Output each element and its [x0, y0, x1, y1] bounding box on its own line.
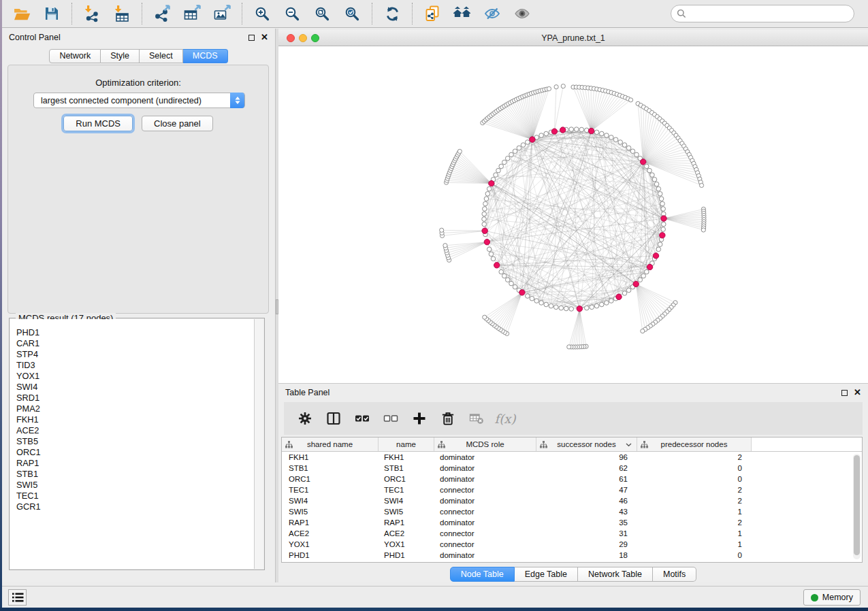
float-panel-icon[interactable] [248, 35, 255, 41]
clone-network-button[interactable] [421, 3, 444, 24]
table-cell: FKH1 [379, 453, 434, 461]
mcds-result-item[interactable]: STB5 [10, 436, 254, 447]
mcds-result-item[interactable]: ACE2 [10, 425, 254, 436]
table-row[interactable]: YOX1YOX1connector291 [282, 539, 862, 550]
export-image-button[interactable] [210, 3, 234, 24]
task-history-button[interactable] [8, 589, 27, 606]
mcds-result-item[interactable]: TID3 [10, 360, 254, 371]
table-cell: 61 [536, 475, 637, 483]
mcds-result-item[interactable]: FKH1 [10, 414, 254, 425]
table-cell: 2 [637, 518, 752, 527]
mcds-result-item[interactable]: YOX1 [10, 371, 254, 382]
first-neighbors-button[interactable] [451, 3, 474, 24]
zoom-in-button[interactable] [251, 3, 274, 24]
table-cell: connector [434, 529, 536, 538]
search-input[interactable] [690, 9, 848, 18]
mcds-result-item[interactable]: STP4 [10, 349, 254, 360]
column-header-successor-nodes[interactable]: successor nodes [536, 437, 637, 451]
close-panel-button[interactable]: Close panel [142, 116, 213, 131]
mcds-result-item[interactable]: CAR1 [10, 338, 254, 349]
table-cell: ORC1 [282, 475, 379, 483]
table-row[interactable]: SWI4SWI4dominator462 [282, 495, 862, 506]
table-cell: 2 [637, 453, 752, 461]
select-all-icon [355, 411, 370, 426]
table-row[interactable]: ORC1ORC1dominator610 [282, 474, 862, 484]
mcds-result-item[interactable]: SWI5 [10, 480, 254, 491]
control-panel: Control Panel ✕ NetworkStyleSelectMCDS O… [2, 29, 275, 582]
table-cell: 31 [536, 529, 637, 538]
hide-selected-button[interactable] [481, 3, 504, 24]
table-scrollbar-thumb[interactable] [854, 455, 860, 555]
desktop-bottom-strip [0, 608, 868, 611]
folder-icon [13, 5, 31, 22]
close-table-panel-icon[interactable]: ✕ [854, 389, 861, 396]
desktop-background: Control Panel ✕ NetworkStyleSelectMCDS O… [0, 0, 868, 611]
zoom-selected-button[interactable] [340, 3, 364, 24]
show-all-button[interactable] [511, 3, 534, 24]
close-panel-icon[interactable]: ✕ [261, 34, 268, 41]
tab-style[interactable]: Style [101, 49, 140, 63]
table-row[interactable]: SWI5SWI5connector431 [282, 506, 862, 517]
column-header-predecessor-nodes[interactable]: predecessor nodes [637, 437, 752, 451]
table-cell: 1 [637, 540, 752, 548]
table-row[interactable]: FKH1FKH1dominator962 [282, 452, 862, 463]
mcds-list-scrollbar[interactable] [254, 319, 263, 569]
deselect-all-rows-button[interactable] [382, 410, 400, 427]
column-header-name[interactable]: name [379, 437, 434, 451]
mcds-result-item[interactable]: RAP1 [10, 458, 254, 469]
table-row[interactable]: STB1STB1dominator620 [282, 463, 862, 474]
function-builder-button[interactable]: f(x) [496, 410, 514, 427]
tab-edge-table[interactable]: Edge Table [515, 567, 578, 582]
table-settings-button[interactable] [296, 410, 314, 427]
save-session-button[interactable] [40, 3, 63, 24]
add-column-button[interactable] [411, 410, 428, 427]
table-row[interactable]: PHD1PHD1dominator180 [282, 550, 862, 561]
delete-table-button[interactable] [468, 410, 485, 427]
table-cell: dominator [434, 464, 536, 472]
split-table-button[interactable] [325, 410, 342, 427]
mcds-result-item[interactable]: ORC1 [10, 447, 254, 458]
run-mcds-button[interactable]: Run MCDS [63, 116, 133, 131]
tab-network[interactable]: Network [49, 49, 101, 63]
import-table-button[interactable] [110, 3, 133, 24]
optimization-criterion-select[interactable]: largest connected component (undirected) [33, 93, 245, 108]
tab-select[interactable]: Select [140, 49, 183, 63]
tab-node-table[interactable]: Node Table [450, 567, 515, 582]
table-scrollbar[interactable] [853, 454, 861, 559]
delete-columns-button[interactable] [439, 410, 457, 427]
mcds-result-item[interactable]: GCR1 [10, 501, 254, 512]
zoom-out-button[interactable] [280, 3, 304, 24]
mcds-result-item[interactable]: STB1 [10, 469, 254, 480]
table-body: FKH1FKH1dominator962STB1STB1dominator620… [282, 452, 862, 561]
open-session-button[interactable] [10, 3, 33, 24]
export-network-button[interactable] [150, 3, 174, 24]
column-header-MCDS-role[interactable]: MCDS role [434, 437, 536, 451]
table-row[interactable]: ACE2ACE2connector311 [282, 528, 862, 539]
mcds-result-item[interactable]: SWI4 [10, 382, 254, 393]
table-cell: 0 [637, 475, 752, 483]
tab-network-table[interactable]: Network Table [578, 567, 653, 582]
zoom-fit-button[interactable] [310, 3, 334, 24]
split-view-icon [326, 411, 341, 426]
mcds-result-item[interactable]: PHD1 [10, 327, 254, 338]
search-box[interactable] [671, 5, 854, 22]
column-header-shared-name[interactable]: shared name [282, 437, 379, 451]
mcds-result-item[interactable]: TEC1 [10, 491, 254, 501]
memory-button[interactable]: Memory [803, 589, 861, 606]
mcds-result-item[interactable]: SRD1 [10, 393, 254, 403]
network-window-titlebar[interactable]: YPA_prune.txt_1 [278, 30, 868, 46]
tab-mcds[interactable]: MCDS [183, 49, 228, 63]
select-all-rows-button[interactable] [353, 410, 371, 427]
export-table-button[interactable] [180, 3, 204, 24]
table-panel: Table Panel ✕ [278, 383, 868, 582]
zoom-in-icon [254, 5, 270, 22]
import-network-button[interactable] [80, 3, 103, 24]
refresh-button[interactable] [381, 3, 404, 24]
mcds-result-item[interactable]: PMA2 [10, 403, 254, 414]
table-row[interactable]: TEC1TEC1connector472 [282, 484, 862, 495]
table-row[interactable]: RAP1RAP1dominator352 [282, 517, 862, 528]
import-table-icon [113, 5, 131, 22]
network-canvas[interactable] [278, 46, 868, 383]
tab-motifs[interactable]: Motifs [653, 567, 696, 582]
float-table-panel-icon[interactable] [841, 390, 848, 396]
